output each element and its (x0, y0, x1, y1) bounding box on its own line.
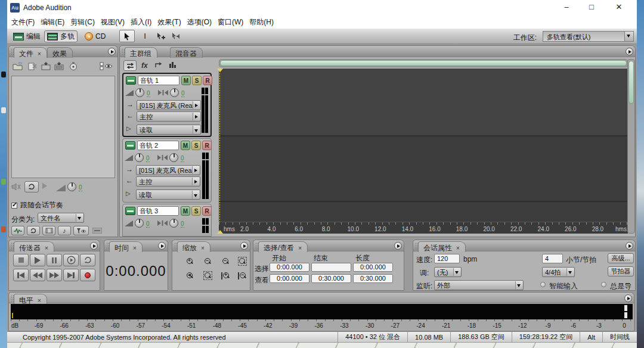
monitor-select[interactable]: 外部 (434, 280, 524, 290)
menu-item[interactable]: 文件(F) (8, 16, 38, 29)
pan-value[interactable]: 0 (181, 91, 185, 97)
fx-toggle-button[interactable]: fx (141, 61, 148, 70)
filter-options-button[interactable] (73, 226, 89, 235)
menu-item[interactable]: 效果(T) (154, 16, 184, 29)
automation-dropdown-button[interactable] (193, 126, 200, 133)
play-from-cursor-button[interactable] (63, 254, 79, 266)
options-toggle-button[interactable] (98, 60, 114, 72)
time-display[interactable]: 0:00.000 (104, 263, 168, 279)
play-looped-button[interactable] (80, 254, 95, 266)
view-end-field[interactable]: 0:30.000 (311, 274, 351, 283)
collapse-button[interactable] (92, 228, 102, 234)
mute-button[interactable]: M (181, 141, 190, 150)
go-to-end-button[interactable] (63, 269, 79, 281)
vscroll-thumb[interactable] (628, 61, 634, 104)
edit-view-button[interactable]: 编辑 (11, 30, 43, 42)
metronome-button[interactable]: 节拍器 (608, 266, 634, 276)
tab-main-group[interactable]: 主群组 (125, 47, 157, 58)
panel-menu-button[interactable] (240, 242, 248, 250)
tool-move-copy[interactable] (153, 30, 168, 42)
input-dropdown-button[interactable] (192, 166, 199, 174)
cd-view-button[interactable]: CD (82, 30, 108, 42)
track-lane-2[interactable] (219, 138, 628, 202)
always-import-radio[interactable] (601, 282, 606, 287)
panel-menu-button[interactable] (624, 294, 632, 302)
auto-play-icon[interactable] (11, 183, 21, 191)
track-name-input[interactable] (137, 141, 179, 150)
track-input-select[interactable]: [01S] 麦克风 (Rea (137, 100, 201, 110)
playhead-handle-bottom[interactable] (217, 230, 223, 234)
loop-play-button[interactable] (24, 181, 39, 192)
solo-button[interactable]: S (191, 141, 201, 150)
view-length-field[interactable]: 0:30.000 (353, 274, 393, 283)
tab-files[interactable]: 文件× (14, 47, 47, 58)
maximize-button[interactable]: □ (581, 0, 602, 14)
volume-value[interactable]: 0 (147, 91, 150, 97)
hscroll-thumb[interactable] (220, 60, 627, 66)
fast-forward-button[interactable] (47, 269, 62, 281)
show-video-files-button[interactable] (42, 226, 55, 235)
pause-button[interactable] (47, 254, 62, 266)
meter-select[interactable]: 4/4拍 (542, 267, 575, 277)
menu-item[interactable]: 插入(I) (128, 16, 154, 29)
zoom-selection-button[interactable] (234, 256, 250, 267)
output-dropdown-button[interactable] (192, 178, 199, 185)
tool-scrub[interactable] (168, 30, 184, 42)
zoom-out-h-button[interactable]: − (200, 256, 215, 267)
follow-session-checkbox[interactable] (11, 203, 17, 209)
volume-knob[interactable] (135, 88, 144, 97)
close-file-button[interactable] (26, 60, 39, 72)
insert-into-cd-button[interactable] (52, 60, 66, 72)
close-tab-icon[interactable]: × (456, 245, 460, 251)
panel-menu-button[interactable] (108, 48, 116, 55)
timeline-vscrollbar[interactable] (627, 59, 635, 234)
show-midi-files-button[interactable]: ♪ (58, 226, 71, 235)
track-lane-1[interactable] (219, 69, 628, 136)
automation-mode-select[interactable]: 读取 (136, 189, 200, 200)
arm-record-button[interactable]: R (202, 206, 212, 216)
expand-arrow-icon[interactable]: ▷ (126, 125, 131, 132)
pan-value[interactable]: 0 (181, 156, 184, 162)
panel-menu-button[interactable] (626, 242, 633, 250)
zoom-out-v-button[interactable]: − (234, 270, 250, 281)
bus-toggle-button[interactable] (154, 61, 163, 69)
close-button[interactable]: ✕ (609, 0, 629, 14)
track-tile-2[interactable]: M S R 0 0 → [01S] 麦克风 (Rea ← 主控 ▷ 读取 (122, 138, 212, 203)
tab-zoom[interactable]: 缩放× (177, 241, 210, 252)
tab-selection-view[interactable]: 选择/查看× (258, 241, 308, 252)
menu-item[interactable]: 选项(O) (184, 16, 215, 29)
zoom-in-v-button[interactable]: + (218, 270, 233, 281)
expand-arrow-icon[interactable]: ▷ (126, 190, 131, 197)
timeline-ruler[interactable]: hms 2.04.06.08.010.012.014.016.018.020.0… (219, 222, 628, 234)
file-volume-knob[interactable] (67, 182, 76, 191)
record-button[interactable] (80, 269, 95, 281)
tab-effects[interactable]: 效果 (47, 47, 73, 58)
sort-dropdown-button[interactable] (76, 214, 83, 222)
tab-transport[interactable]: 传送器× (14, 241, 54, 252)
volume-knob[interactable] (135, 219, 144, 228)
tab-mixer[interactable]: 混音器 (170, 47, 203, 58)
tool-hybrid-select[interactable] (119, 30, 135, 42)
tab-levels[interactable]: 电平× (14, 294, 47, 304)
track-output-select[interactable]: 主控 (137, 111, 201, 122)
show-audio-files-button[interactable] (11, 226, 24, 235)
stop-button[interactable] (13, 254, 29, 266)
import-audio-button[interactable] (39, 60, 52, 72)
track-tile-1[interactable]: M S R 0 0 → [01S] 麦克风 (Rea ← 主控 ▷ 读取 (122, 73, 212, 137)
zoom-out-full-button[interactable]: − (218, 256, 233, 267)
key-dropdown-button[interactable] (453, 268, 460, 276)
menu-item[interactable]: 窗口(W) (215, 16, 246, 29)
pan-knob[interactable] (170, 88, 179, 97)
menu-item[interactable]: 视图(V) (98, 16, 128, 29)
multitrack-view-button[interactable]: 多轨 (44, 30, 78, 42)
panel-menu-button[interactable] (158, 242, 166, 250)
mute-button[interactable]: M (181, 76, 191, 85)
tab-session-properties[interactable]: 会话属性× (418, 241, 466, 252)
pan-knob[interactable] (169, 153, 178, 162)
file-volume-value[interactable]: 0 (79, 185, 82, 191)
eq-toggle-button[interactable] (169, 61, 177, 69)
close-tab-icon[interactable]: × (298, 245, 302, 251)
tempo-field[interactable]: 120 (434, 254, 460, 263)
select-start-field[interactable]: 0:00.000 (270, 263, 309, 272)
volume-value[interactable]: 0 (146, 221, 150, 228)
